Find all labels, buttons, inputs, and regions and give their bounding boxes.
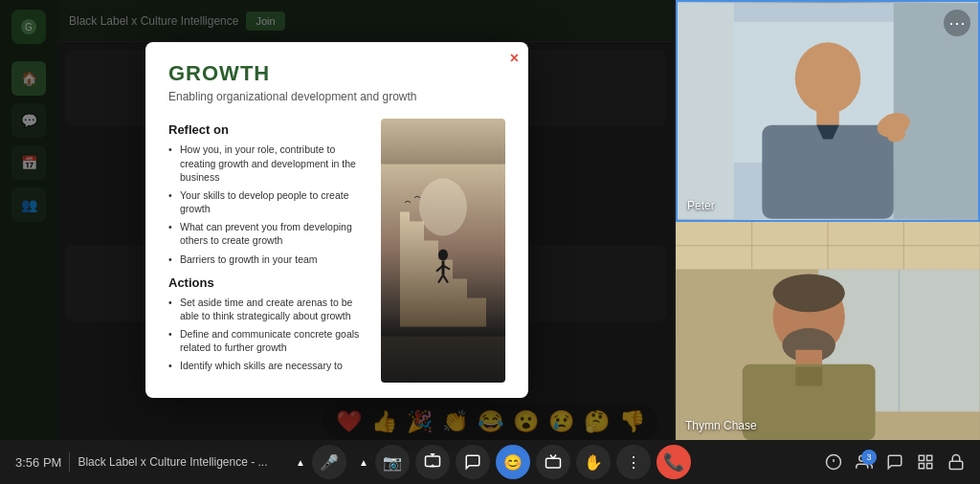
chat-button[interactable] xyxy=(456,445,490,479)
modal-overlay: × GROWTH Enabling organizational develop… xyxy=(0,0,674,440)
mic-group: ▲ 🎤 xyxy=(289,445,346,479)
svg-rect-42 xyxy=(919,455,924,460)
participants-badge: 3 xyxy=(861,450,877,465)
toolbar-center: ▲ 🎤 ▲ 📷 😊 ✋ ⋮ 📞 xyxy=(289,445,691,479)
bullet-item: Your skills to develop people to create … xyxy=(168,188,371,215)
actions-bullets: Set aside time and create arenas to be a… xyxy=(168,296,371,373)
thymn-label: Thymn Chase xyxy=(685,419,757,432)
svg-rect-16 xyxy=(816,108,839,127)
bullet-item: How you, in your role, contribute to cre… xyxy=(168,143,371,184)
meeting-title-display: Black Label x Culture Intelligence - ... xyxy=(78,455,267,469)
bullet-item: What can prevent you from developing oth… xyxy=(168,220,371,247)
svg-rect-37 xyxy=(546,458,561,468)
slide-title: GROWTH xyxy=(168,61,505,86)
screen-share-button[interactable] xyxy=(415,445,450,479)
more-options-button[interactable]: ⋮ xyxy=(616,445,651,479)
svg-rect-35 xyxy=(795,367,822,386)
raise-hand-button[interactable]: ✋ xyxy=(576,445,611,479)
right-panel: Peter ⋯ xyxy=(674,0,980,440)
emoji-picker-button[interactable]: 😊 xyxy=(496,445,530,479)
activities-button[interactable] xyxy=(917,453,934,471)
section-heading-actions: Actions xyxy=(168,275,371,290)
messages-button[interactable] xyxy=(886,453,903,471)
toolbar-right: 3 xyxy=(825,453,965,471)
svg-rect-44 xyxy=(919,464,924,469)
video-feed-peter: Peter ⋯ xyxy=(676,0,980,222)
toolbar-left: 3:56 PM Black Label x Culture Intelligen… xyxy=(15,452,268,472)
share-content-button[interactable] xyxy=(536,445,570,479)
svg-rect-13 xyxy=(678,3,734,219)
peter-label: Peter xyxy=(687,199,715,212)
svg-point-4 xyxy=(419,179,467,236)
close-button[interactable]: × xyxy=(510,50,519,67)
peter-options-button[interactable]: ⋯ xyxy=(944,10,970,36)
camera-button[interactable]: 📷 xyxy=(375,445,410,479)
slide-content: GROWTH Enabling organizational developme… xyxy=(145,42,528,397)
bullet-item: Identify which skills are necessary to xyxy=(168,359,371,372)
slide-body: Reflect on How you, in your role, contri… xyxy=(168,119,505,382)
camera-arrow-button[interactable]: ▲ xyxy=(352,445,375,479)
time-display: 3:56 PM xyxy=(15,455,61,470)
bottom-toolbar: 3:56 PM Black Label x Culture Intelligen… xyxy=(0,440,980,484)
svg-rect-46 xyxy=(949,461,963,469)
mic-arrow-button[interactable]: ▲ xyxy=(289,445,312,479)
bullet-item: Define and communicate concrete goals re… xyxy=(168,327,371,354)
svg-rect-43 xyxy=(927,455,932,460)
slide-text-column: Reflect on How you, in your role, contri… xyxy=(168,119,371,382)
video-feed-thymn: Thymn Chase xyxy=(676,222,980,440)
bullet-item: Set aside time and create arenas to be a… xyxy=(168,296,371,322)
section-heading-reflect: Reflect on xyxy=(168,122,371,137)
slide-image xyxy=(381,119,505,382)
camera-group: ▲ 📷 xyxy=(352,445,410,479)
toolbar-divider xyxy=(69,452,70,472)
svg-rect-45 xyxy=(927,464,932,469)
end-call-button[interactable]: 📞 xyxy=(657,445,691,479)
bullet-item: Barriers to growth in your team xyxy=(168,253,371,266)
info-button[interactable] xyxy=(825,453,842,471)
svg-point-15 xyxy=(795,42,861,114)
svg-rect-12 xyxy=(894,3,978,219)
main-area: G 🏠 💬 📅 👥 Black Label x Culture Intellig… xyxy=(0,0,980,440)
reflect-bullets: How you, in your role, contribute to cre… xyxy=(168,143,371,265)
lock-button[interactable] xyxy=(947,453,965,471)
slide-modal: × GROWTH Enabling organizational develop… xyxy=(145,42,528,397)
svg-point-5 xyxy=(438,250,448,261)
participants-button[interactable]: 3 xyxy=(856,453,873,471)
slide-subtitle: Enabling organizational development and … xyxy=(168,90,505,103)
svg-point-31 xyxy=(773,275,845,313)
mic-button[interactable]: 🎤 xyxy=(312,445,346,479)
left-panel: G 🏠 💬 📅 👥 Black Label x Culture Intellig… xyxy=(0,0,674,440)
